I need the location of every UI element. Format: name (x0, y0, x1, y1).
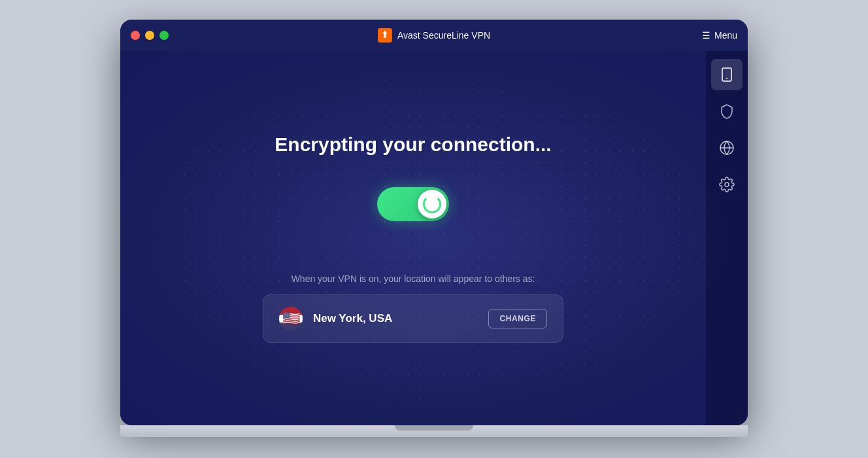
title-bar: Avast SecureLine VPN ☰ Menu (120, 20, 748, 51)
hamburger-icon: ☰ (702, 30, 710, 41)
laptop-notch (395, 425, 473, 431)
device-icon (719, 67, 735, 82)
svg-point-5 (725, 183, 729, 186)
sidebar-item-settings[interactable] (711, 169, 743, 200)
sidebar-item-network[interactable] (711, 132, 743, 164)
minimize-button[interactable] (145, 31, 154, 40)
loading-spinner-icon (423, 195, 441, 213)
location-info-section: When your VPN is on, your location will … (263, 273, 563, 343)
traffic-lights (131, 31, 169, 40)
app-title-container: Avast SecureLine VPN (378, 28, 490, 43)
toggle-container[interactable] (377, 187, 449, 221)
vpn-toggle[interactable] (377, 187, 449, 221)
change-location-button[interactable]: CHANGE (488, 309, 547, 328)
country-flag-icon: 🇺🇸 (279, 307, 303, 330)
laptop-base (120, 425, 748, 437)
laptop-wrapper: Avast SecureLine VPN ☰ Menu (120, 20, 748, 438)
maximize-button[interactable] (159, 31, 169, 40)
location-name: New York, USA (313, 312, 478, 325)
status-title: Encrypting your connection... (275, 133, 551, 156)
settings-icon (719, 177, 735, 192)
close-button[interactable] (131, 31, 140, 40)
sidebar-item-privacy[interactable] (711, 96, 743, 127)
app-title: Avast SecureLine VPN (397, 30, 490, 41)
app-window: Avast SecureLine VPN ☰ Menu (120, 20, 748, 425)
avast-logo-icon (378, 28, 392, 43)
sidebar (706, 51, 748, 425)
sidebar-item-device[interactable] (711, 59, 743, 90)
toggle-thumb (418, 190, 446, 219)
privacy-icon (719, 103, 735, 119)
main-content: Encrypting your connection... When your … (120, 51, 748, 425)
location-card: 🇺🇸 New York, USA CHANGE (263, 294, 563, 343)
center-content: Encrypting your connection... When your … (120, 51, 706, 425)
menu-button[interactable]: ☰ Menu (702, 30, 737, 41)
network-icon (719, 140, 735, 156)
location-description: When your VPN is on, your location will … (292, 273, 535, 284)
